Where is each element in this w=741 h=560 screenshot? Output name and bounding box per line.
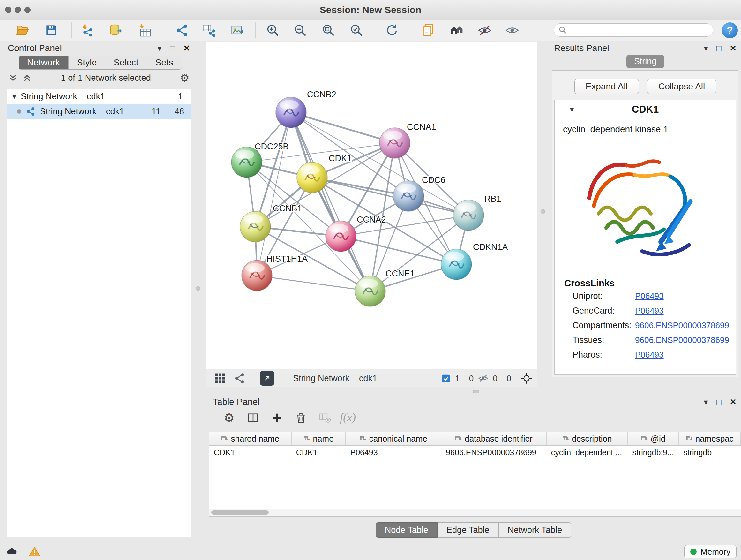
column-header--id[interactable]: @id: [628, 432, 679, 445]
table-row[interactable]: CDK1CDK1P064939606.ENSP00000378699cyclin…: [209, 446, 741, 459]
show-all-button[interactable]: [505, 23, 520, 38]
tab-select[interactable]: Select: [105, 56, 147, 69]
network-edge-CCNA2-CDKN1A[interactable]: [341, 236, 456, 264]
help-button[interactable]: ?: [722, 22, 738, 38]
search-box[interactable]: [554, 23, 713, 37]
table-cell[interactable]: 9606.ENSP00000378699: [441, 448, 547, 457]
network-node-CCNB2[interactable]: [276, 97, 307, 128]
birds-eye-grid-icon[interactable]: [214, 372, 226, 385]
network-node-RB1[interactable]: [453, 200, 484, 231]
zoom-fit-button[interactable]: [321, 23, 336, 38]
new-network-button[interactable]: [175, 23, 190, 38]
open-session-button[interactable]: [15, 23, 30, 38]
crosslink-link[interactable]: P06493: [635, 350, 664, 360]
show-columns-icon[interactable]: [246, 411, 260, 425]
panel-maximize-icon[interactable]: □: [716, 398, 721, 406]
panel-float-caret-icon[interactable]: ▾: [704, 398, 708, 406]
network-node-CCNA2[interactable]: [326, 221, 356, 252]
copy-button[interactable]: [421, 23, 436, 38]
network-node-CDC6[interactable]: [393, 181, 424, 211]
network-overview-icon[interactable]: [233, 372, 246, 384]
network-view[interactable]: CCNB2CCNA1CDC25BCDK1CDC6RB1CCNB1CCNA2CDK…: [206, 43, 537, 369]
string-tab-badge[interactable]: String: [626, 55, 664, 68]
gear-icon[interactable]: ⚙: [180, 71, 190, 84]
table-cell[interactable]: stringdb:9...: [628, 448, 679, 457]
panel-float-caret-icon[interactable]: ▾: [157, 44, 161, 52]
column-header-namespac[interactable]: namespac: [679, 432, 741, 445]
crosslink-link[interactable]: P06493: [635, 291, 664, 301]
collapse-all-button[interactable]: Collapse All: [647, 79, 716, 94]
export-image-button[interactable]: [230, 23, 245, 38]
panel-close-icon[interactable]: ✕: [730, 44, 737, 52]
function-builder-fx-icon[interactable]: f(x): [340, 411, 356, 424]
zoom-out-button[interactable]: [293, 23, 308, 38]
network-node-CCNE1[interactable]: [355, 276, 386, 307]
tab-style[interactable]: Style: [69, 56, 105, 69]
selected-checkbox-icon[interactable]: [441, 374, 451, 383]
right-splitter-handle[interactable]: [541, 209, 545, 213]
table-cell[interactable]: P06493: [346, 448, 441, 457]
section-caret-icon[interactable]: ▾: [570, 105, 574, 114]
memory-button[interactable]: Memory: [684, 545, 737, 558]
add-column-plus-icon[interactable]: [270, 411, 284, 425]
network-edge-HIST1H1A-CCNE1[interactable]: [257, 275, 370, 291]
search-input[interactable]: [569, 24, 713, 36]
tab-network-table[interactable]: Network Table: [499, 522, 571, 538]
panel-close-icon[interactable]: ✕: [183, 44, 190, 52]
left-splitter-handle[interactable]: [196, 287, 200, 291]
network-node-CCNB1[interactable]: [240, 211, 271, 242]
zoom-selected-button[interactable]: [349, 23, 364, 38]
warning-icon[interactable]: [28, 545, 41, 558]
network-node-CCNA1[interactable]: [380, 128, 410, 159]
network-node-CDK1[interactable]: [297, 162, 327, 193]
delete-column-trash-icon[interactable]: [293, 411, 308, 425]
tab-edge-table[interactable]: Edge Table: [437, 522, 499, 538]
network-graph[interactable]: CCNB2CCNA1CDC25BCDK1CDC6RB1CCNB1CCNA2CDK…: [206, 43, 537, 369]
network-edge-CCNB2-CCNE1[interactable]: [291, 112, 370, 291]
network-node-HIST1H1A[interactable]: [242, 260, 272, 291]
network-collection-row[interactable]: ▾ String Network – cdk1 1: [7, 89, 191, 104]
network-node-CDKN1A[interactable]: [441, 249, 472, 280]
crosslink-link[interactable]: 9606.ENSP00000378699: [635, 335, 729, 345]
tree-caret-icon[interactable]: ▾: [12, 92, 16, 101]
home-button[interactable]: [449, 23, 464, 38]
network-edge-CCNB2-HIST1H1A[interactable]: [257, 112, 291, 275]
expand-all-button[interactable]: Expand All: [575, 79, 639, 94]
save-session-button[interactable]: [44, 23, 59, 38]
crosshair-icon[interactable]: [520, 372, 533, 385]
panel-close-icon[interactable]: ✕: [730, 398, 737, 406]
import-network-file-button[interactable]: [80, 23, 95, 38]
column-header-shared-name[interactable]: shared name: [209, 432, 292, 445]
column-header-name[interactable]: name: [292, 432, 346, 445]
gene-section-header[interactable]: ▾ CDK1: [555, 100, 736, 119]
cloud-status-icon[interactable]: [5, 545, 18, 558]
detach-view-button[interactable]: [260, 371, 274, 386]
network-node-CDC25B[interactable]: [231, 147, 262, 178]
refresh-layout-button[interactable]: [385, 23, 399, 38]
expand-all-chevrons-icon[interactable]: [22, 73, 32, 83]
hidden-eye-slash-icon[interactable]: [478, 373, 488, 383]
crosslink-link[interactable]: 9606.ENSP00000378699: [635, 320, 729, 330]
panel-maximize-icon[interactable]: □: [716, 44, 721, 52]
collapse-all-chevrons-icon[interactable]: [8, 73, 18, 83]
panel-maximize-icon[interactable]: □: [170, 44, 175, 52]
network-row-selected[interactable]: String Network – cdk1 11 48: [7, 104, 191, 119]
import-table-button[interactable]: [138, 23, 152, 38]
crosslink-link[interactable]: P06493: [635, 306, 664, 316]
tab-node-table[interactable]: Node Table: [376, 522, 437, 538]
scrollbar-thumb[interactable]: [211, 510, 269, 515]
column-header-description[interactable]: description: [547, 432, 628, 445]
panel-float-caret-icon[interactable]: ▾: [704, 44, 708, 52]
tab-network[interactable]: Network: [19, 56, 69, 69]
table-cell[interactable]: cyclin–dependent ...: [547, 448, 628, 457]
table-settings-gear-icon[interactable]: ⚙: [222, 411, 237, 425]
network-edge-CCNB2-CCNA1[interactable]: [291, 112, 395, 143]
tab-sets[interactable]: Sets: [147, 56, 182, 69]
table-cell[interactable]: CDK1: [292, 448, 346, 457]
table-horizontal-scrollbar[interactable]: [209, 509, 741, 516]
table-cell[interactable]: stringdb: [679, 448, 741, 457]
import-network-database-button[interactable]: [109, 23, 123, 38]
network-from-table-button[interactable]: [202, 23, 216, 38]
hide-selected-button[interactable]: [477, 23, 492, 38]
column-header-canonical-name[interactable]: canonical name: [346, 432, 441, 445]
